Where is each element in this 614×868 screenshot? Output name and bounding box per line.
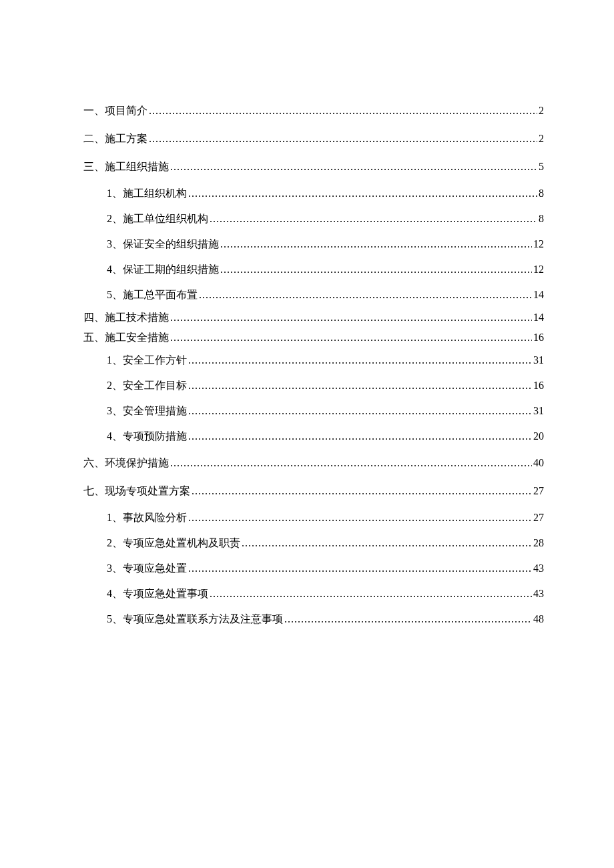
toc-page-number: 2 [539, 97, 544, 125]
toc-entry[interactable]: 3、安全管理措施31 [83, 398, 544, 424]
toc-dots [170, 153, 537, 181]
toc-dots [220, 232, 532, 257]
toc-dots [210, 581, 532, 606]
toc-entry[interactable]: 七、现场专项处置方案27 [83, 477, 544, 505]
toc-dots [188, 348, 532, 373]
toc-dots [188, 424, 532, 449]
toc-page-number: 12 [533, 257, 544, 282]
toc-entry[interactable]: 1、事故风险分析27 [83, 505, 544, 530]
toc-dots [199, 282, 532, 308]
toc-dots [170, 449, 532, 477]
toc-entry[interactable]: 5、专项应急处置联系方法及注意事项48 [83, 606, 544, 632]
toc-entry[interactable]: 4、专项应急处置事项43 [83, 581, 544, 606]
toc-entry[interactable]: 1、安全工作方针31 [83, 348, 544, 373]
toc-label: 一、项目简介 [83, 97, 147, 125]
toc-label: 4、专项应急处置事项 [107, 581, 208, 606]
toc-label: 1、事故风险分析 [107, 505, 187, 530]
toc-label: 2、施工单位组织机构 [107, 206, 208, 232]
toc-page-number: 8 [539, 181, 544, 206]
toc-entry[interactable]: 2、施工单位组织机构8 [83, 206, 544, 232]
toc-entry[interactable]: 2、安全工作目标16 [83, 373, 544, 398]
toc-entry[interactable]: 一、项目简介2 [83, 97, 544, 125]
toc-entry[interactable]: 2、专项应急处置机构及职责28 [83, 530, 544, 556]
toc-dots [192, 477, 532, 505]
toc-entry[interactable]: 五、施工安全措施16 [83, 328, 544, 348]
toc-label: 七、现场专项处置方案 [83, 477, 190, 505]
toc-entry[interactable]: 4、保证工期的组织措施12 [83, 257, 544, 282]
toc-entry[interactable]: 二、施工方案2 [83, 125, 544, 153]
toc-page-number: 16 [533, 373, 544, 398]
toc-page-number: 5 [539, 153, 544, 181]
toc-dots [242, 530, 532, 556]
toc-page-number: 40 [533, 449, 544, 477]
toc-page-number: 48 [533, 606, 544, 632]
toc-label: 4、保证工期的组织措施 [107, 257, 219, 282]
toc-label: 三、施工组织措施 [83, 153, 169, 181]
toc-label: 3、专项应急处置 [107, 556, 187, 581]
toc-label: 3、保证安全的组织措施 [107, 232, 219, 257]
toc-label: 1、安全工作方针 [107, 348, 187, 373]
toc-label: 5、施工总平面布置 [107, 282, 198, 308]
toc-label: 2、专项应急处置机构及职责 [107, 530, 240, 556]
toc-entry[interactable]: 5、施工总平面布置14 [83, 282, 544, 308]
toc-label: 二、施工方案 [83, 125, 147, 153]
toc-dots [188, 373, 532, 398]
toc-page-number: 14 [533, 282, 544, 308]
toc-page-number: 20 [533, 424, 544, 449]
toc-page-number: 27 [533, 505, 544, 530]
toc-dots [210, 206, 537, 232]
toc-dots [284, 606, 532, 632]
toc-page-number: 43 [533, 581, 544, 606]
toc-dots [188, 181, 537, 206]
toc-entry[interactable]: 六、环境保护措施40 [83, 449, 544, 477]
toc-entry[interactable]: 3、专项应急处置43 [83, 556, 544, 581]
toc-entry[interactable]: 四、施工技术措施14 [83, 308, 544, 328]
toc-page-number: 31 [533, 348, 544, 373]
toc-page-number: 8 [539, 206, 544, 232]
toc-entry[interactable]: 4、专项预防措施20 [83, 424, 544, 449]
toc-page-number: 12 [533, 232, 544, 257]
toc-page-number: 16 [533, 328, 544, 348]
toc-label: 5、专项应急处置联系方法及注意事项 [107, 606, 283, 632]
toc-dots [149, 125, 537, 153]
toc-page-number: 28 [533, 530, 544, 556]
toc-label: 2、安全工作目标 [107, 373, 187, 398]
toc-dots [188, 556, 532, 581]
toc-label: 1、施工组织机构 [107, 181, 187, 206]
toc-dots [149, 97, 537, 125]
toc-entry[interactable]: 1、施工组织机构8 [83, 181, 544, 206]
toc-label: 四、施工技术措施 [83, 308, 169, 328]
toc-dots [220, 257, 532, 282]
toc-tight-group: 四、施工技术措施14五、施工安全措施16 [83, 308, 544, 348]
toc-entry[interactable]: 3、保证安全的组织措施12 [83, 232, 544, 257]
toc-page-number: 2 [539, 125, 544, 153]
toc-page-number: 27 [533, 477, 544, 505]
toc-label: 3、安全管理措施 [107, 398, 187, 424]
toc-entry[interactable]: 三、施工组织措施5 [83, 153, 544, 181]
toc-label: 五、施工安全措施 [83, 328, 169, 348]
toc-dots [170, 328, 532, 348]
toc-page-number: 14 [533, 308, 544, 328]
table-of-contents: 一、项目简介2二、施工方案2三、施工组织措施51、施工组织机构82、施工单位组织… [83, 97, 544, 632]
toc-label: 六、环境保护措施 [83, 449, 169, 477]
toc-page-number: 31 [533, 398, 544, 424]
toc-page-number: 43 [533, 556, 544, 581]
toc-dots [188, 505, 532, 530]
toc-dots [170, 308, 532, 328]
toc-dots [188, 398, 532, 424]
toc-label: 4、专项预防措施 [107, 424, 187, 449]
